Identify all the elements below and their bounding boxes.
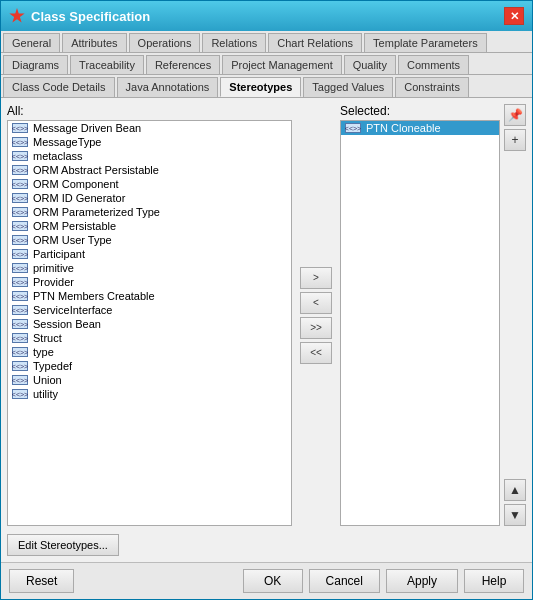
selected-label: Selected: bbox=[340, 104, 500, 118]
content-area: All: <<>>Message Driven Bean<<>>MessageT… bbox=[1, 98, 532, 562]
apply-button[interactable]: Apply bbox=[386, 569, 458, 593]
tab-row-2: Diagrams Traceability References Project… bbox=[1, 53, 532, 75]
right-side: 📌 + ▲ ▼ bbox=[504, 104, 526, 526]
list-item[interactable]: <<>>Union bbox=[8, 373, 291, 387]
list-item[interactable]: <<>>Provider bbox=[8, 275, 291, 289]
pin-button[interactable]: 📌 bbox=[504, 104, 526, 126]
list-item[interactable]: <<>>ORM ID Generator bbox=[8, 191, 291, 205]
selected-list-box[interactable]: <<>>PTN Cloneable bbox=[340, 120, 500, 526]
selected-list-panel: Selected: <<>>PTN Cloneable bbox=[340, 104, 500, 526]
list-item[interactable]: <<>>utility bbox=[8, 387, 291, 401]
list-item[interactable]: <<>>ORM Abstract Persistable bbox=[8, 163, 291, 177]
tab-project-management[interactable]: Project Management bbox=[222, 55, 342, 74]
list-item[interactable]: <<>>type bbox=[8, 345, 291, 359]
edit-stereotypes-button[interactable]: Edit Stereotypes... bbox=[7, 534, 119, 556]
list-item[interactable]: <<>>primitive bbox=[8, 261, 291, 275]
reset-button[interactable]: Reset bbox=[9, 569, 74, 593]
arrows-panel: > < >> << bbox=[296, 104, 336, 526]
all-list-panel: All: <<>>Message Driven Bean<<>>MessageT… bbox=[7, 104, 292, 526]
list-item[interactable]: <<>>PTN Members Creatable bbox=[8, 289, 291, 303]
tab-references[interactable]: References bbox=[146, 55, 220, 74]
tab-stereotypes[interactable]: Stereotypes bbox=[220, 77, 301, 97]
tab-attributes[interactable]: Attributes bbox=[62, 33, 126, 52]
tab-template-parameters[interactable]: Template Parameters bbox=[364, 33, 487, 52]
tab-diagrams[interactable]: Diagrams bbox=[3, 55, 68, 74]
class-specification-window: Class Specification ✕ General Attributes… bbox=[0, 0, 533, 600]
stereotypes-container: All: <<>>Message Driven Bean<<>>MessageT… bbox=[7, 104, 526, 526]
tab-chart-relations[interactable]: Chart Relations bbox=[268, 33, 362, 52]
list-item[interactable]: <<>>Participant bbox=[8, 247, 291, 261]
tab-operations[interactable]: Operations bbox=[129, 33, 201, 52]
all-list-box[interactable]: <<>>Message Driven Bean<<>>MessageType<<… bbox=[7, 120, 292, 526]
list-item[interactable]: <<>>ServiceInterface bbox=[8, 303, 291, 317]
selected-list-item[interactable]: <<>>PTN Cloneable bbox=[341, 121, 499, 135]
tab-comments[interactable]: Comments bbox=[398, 55, 469, 74]
tab-class-code-details[interactable]: Class Code Details bbox=[3, 77, 115, 97]
move-up-button[interactable]: ▲ bbox=[504, 479, 526, 501]
app-icon bbox=[9, 8, 25, 24]
list-item[interactable]: <<>>Session Bean bbox=[8, 317, 291, 331]
tab-traceability[interactable]: Traceability bbox=[70, 55, 144, 74]
list-item[interactable]: <<>>MessageType bbox=[8, 135, 291, 149]
list-item[interactable]: <<>>ORM Parameterized Type bbox=[8, 205, 291, 219]
list-item[interactable]: <<>>ORM User Type bbox=[8, 233, 291, 247]
list-item[interactable]: <<>>metaclass bbox=[8, 149, 291, 163]
move-left-button[interactable]: < bbox=[300, 292, 332, 314]
move-all-right-button[interactable]: >> bbox=[300, 317, 332, 339]
bottom-bar: Reset OK Cancel Apply Help bbox=[1, 562, 532, 599]
title-bar: Class Specification ✕ bbox=[1, 1, 532, 31]
list-item[interactable]: <<>>Struct bbox=[8, 331, 291, 345]
move-down-button[interactable]: ▼ bbox=[504, 504, 526, 526]
list-item[interactable]: <<>>Message Driven Bean bbox=[8, 121, 291, 135]
tab-row-1: General Attributes Operations Relations … bbox=[1, 31, 532, 53]
list-item[interactable]: <<>>ORM Persistable bbox=[8, 219, 291, 233]
list-item[interactable]: <<>>ORM Component bbox=[8, 177, 291, 191]
close-button[interactable]: ✕ bbox=[504, 7, 524, 25]
tab-java-annotations[interactable]: Java Annotations bbox=[117, 77, 219, 97]
tab-constraints[interactable]: Constraints bbox=[395, 77, 469, 97]
all-list-box-wrapper: <<>>Message Driven Bean<<>>MessageType<<… bbox=[7, 120, 292, 526]
ok-button[interactable]: OK bbox=[243, 569, 303, 593]
window-title: Class Specification bbox=[31, 9, 150, 24]
tab-general[interactable]: General bbox=[3, 33, 60, 52]
move-right-button[interactable]: > bbox=[300, 267, 332, 289]
move-all-left-button[interactable]: << bbox=[300, 342, 332, 364]
tab-tagged-values[interactable]: Tagged Values bbox=[303, 77, 393, 97]
tab-quality[interactable]: Quality bbox=[344, 55, 396, 74]
all-label: All: bbox=[7, 104, 292, 118]
tab-row-3: Class Code Details Java Annotations Ster… bbox=[1, 75, 532, 98]
add-button[interactable]: + bbox=[504, 129, 526, 151]
help-button[interactable]: Help bbox=[464, 569, 524, 593]
cancel-button[interactable]: Cancel bbox=[309, 569, 380, 593]
tab-relations[interactable]: Relations bbox=[202, 33, 266, 52]
list-item[interactable]: <<>>Typedef bbox=[8, 359, 291, 373]
